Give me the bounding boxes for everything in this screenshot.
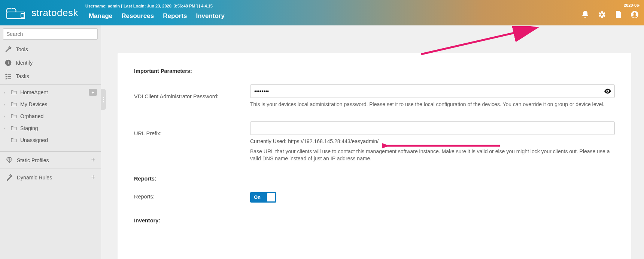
top-header: stratodesk Username: admin [ Last Login:…: [0, 0, 644, 25]
tree-mydevices[interactable]: › My Devices: [0, 98, 101, 110]
url-label: URL Prefix:: [134, 121, 243, 162]
toggle-label: On: [254, 194, 261, 200]
chevron-right-icon: ›: [4, 114, 7, 118]
nav-manage[interactable]: Manage: [89, 12, 112, 20]
sidebar-collapse-handle[interactable]: [101, 89, 106, 110]
password-help: This is your devices local administratio…: [250, 101, 615, 108]
folder-icon: [10, 125, 17, 132]
form-row-password: VDI Client Administrator Password: This …: [134, 84, 615, 108]
document-icon[interactable]: [613, 10, 623, 19]
wrench-icon: [4, 46, 12, 53]
add-icon[interactable]: +: [91, 173, 95, 181]
add-icon[interactable]: +: [91, 156, 95, 164]
wand-icon: [6, 174, 13, 181]
svg-rect-0: [7, 12, 25, 19]
brand-text: stratodesk: [31, 7, 78, 19]
add-folder-button[interactable]: +: [89, 89, 97, 96]
diamond-icon: [6, 157, 13, 164]
password-label: VDI Client Administrator Password:: [134, 84, 243, 108]
url-currently-used: Currently Used: https://192.168.145.28:4…: [250, 138, 615, 145]
url-prefix-input[interactable]: [250, 121, 615, 135]
folder-icon: [10, 113, 17, 120]
toggle-knob: [267, 193, 276, 202]
svg-rect-5: [8, 62, 9, 64]
folder-icon: [10, 137, 17, 144]
url-help: Base URL that your clients will use to c…: [250, 148, 615, 162]
brand-logo: stratodesk: [4, 5, 78, 20]
toggle-password-visibility[interactable]: [604, 87, 612, 96]
main-nav: Manage Resources Reports Inventory: [89, 12, 225, 20]
eye-icon: [604, 87, 612, 95]
header-date: 2020-06-: [624, 3, 640, 7]
sidebar-dynamic-rules[interactable]: Dynamic Rules +: [0, 169, 101, 186]
svg-rect-6: [8, 61, 9, 62]
sidebar-tasks[interactable]: Tasks: [0, 70, 101, 83]
sidebar-tools[interactable]: Tools: [0, 43, 101, 56]
sidebar-item-label: Tools: [16, 46, 28, 52]
tree-unassigned[interactable]: Unassigned: [0, 134, 101, 146]
info-icon: [4, 59, 12, 67]
sidebar: Tools Identify Tasks › HomeAgent + › My …: [0, 25, 101, 259]
session-meta: Username: admin [ Last Login: Jun 23, 20…: [85, 4, 213, 8]
bear-logo-icon: [4, 5, 28, 20]
folder-icon: [10, 89, 17, 96]
section-important-params: Important Parameters:: [134, 68, 615, 74]
form-row-url: URL Prefix: Currently Used: https://192.…: [134, 121, 615, 162]
sidebar-static-profiles[interactable]: Static Profiles +: [0, 151, 101, 169]
svg-point-7: [607, 90, 608, 92]
sidebar-item-label: Static Profiles: [17, 157, 49, 163]
tree-label: Unassigned: [20, 137, 97, 143]
tree-label: HomeAgent: [20, 89, 86, 95]
sidebar-item-label: Tasks: [16, 73, 29, 79]
password-input[interactable]: [250, 84, 615, 98]
tasks-icon: [4, 73, 12, 80]
notifications-icon[interactable]: [580, 10, 590, 19]
reports-label: Reports:: [134, 192, 243, 203]
section-inventory: Inventory:: [134, 218, 615, 223]
search-input[interactable]: [3, 28, 98, 40]
nav-reports[interactable]: Reports: [163, 12, 187, 20]
chevron-right-icon: ›: [4, 102, 7, 107]
section-reports: Reports:: [134, 176, 615, 182]
tree-label: Staging: [20, 125, 97, 131]
sidebar-item-label: Dynamic Rules: [17, 175, 52, 181]
chevron-right-icon: ›: [4, 126, 7, 130]
user-icon[interactable]: [630, 10, 640, 19]
main-content: Important Parameters: VDI Client Adminis…: [101, 25, 644, 259]
settings-icon[interactable]: [597, 10, 607, 19]
tree-label: Orphaned: [20, 113, 97, 119]
sidebar-item-label: Identify: [16, 60, 33, 66]
form-row-reports: Reports: On: [134, 192, 615, 203]
header-icons: [580, 10, 640, 19]
tree-staging[interactable]: › Staging: [0, 122, 101, 134]
chevron-right-icon: ›: [4, 90, 7, 95]
tree-orphaned[interactable]: › Orphaned: [0, 110, 101, 122]
nav-resources[interactable]: Resources: [121, 12, 154, 20]
settings-panel: Important Parameters: VDI Client Adminis…: [118, 53, 631, 259]
tree-homeagent[interactable]: › HomeAgent +: [0, 86, 101, 98]
nav-inventory[interactable]: Inventory: [196, 12, 225, 20]
tree-label: My Devices: [20, 101, 97, 107]
reports-toggle[interactable]: On: [250, 192, 276, 203]
folder-icon: [10, 101, 17, 108]
svg-rect-1: [21, 13, 24, 17]
sidebar-identify[interactable]: Identify: [0, 56, 101, 70]
